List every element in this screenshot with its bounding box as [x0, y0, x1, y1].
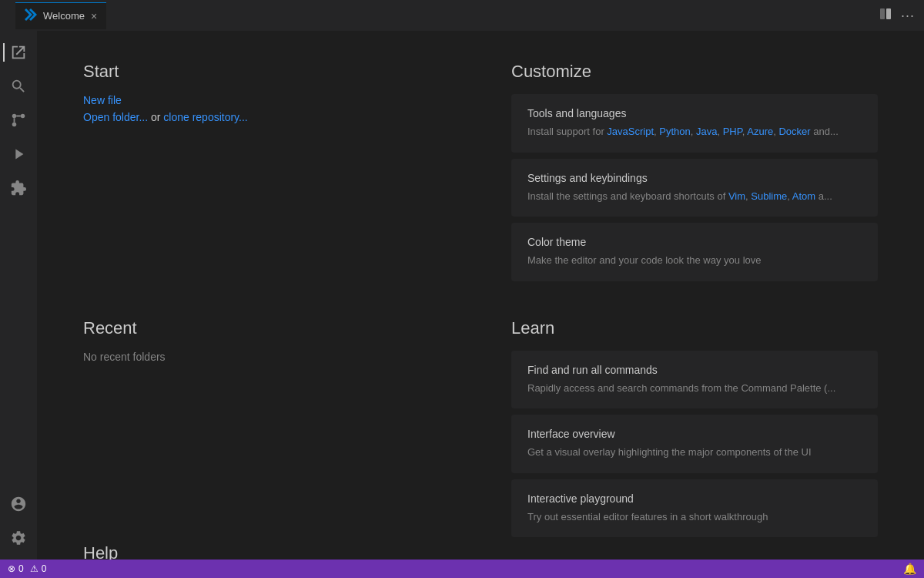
split-editor-icon[interactable] — [879, 8, 892, 23]
interface-overview-card[interactable]: Interface overview Get a visual overlay … — [511, 415, 878, 473]
new-file-link[interactable]: New file — [83, 94, 122, 106]
link-vim[interactable]: Vim — [728, 190, 745, 202]
settings-card-title: Settings and keybindings — [527, 172, 862, 184]
activity-account[interactable] — [3, 489, 34, 519]
interactive-playground-card[interactable]: Interactive playground Try out essential… — [511, 479, 878, 538]
color-theme-title: Color theme — [527, 236, 862, 248]
svg-rect-1 — [886, 8, 891, 19]
tools-card-desc: Install support for JavaScript, Python, … — [527, 124, 862, 139]
statusbar-left: ⊗ 0 ⚠ 0 — [8, 563, 46, 574]
svg-point-4 — [12, 114, 17, 119]
activity-search[interactable] — [3, 71, 34, 102]
link-docker[interactable]: Docker — [778, 126, 810, 137]
link-java[interactable]: Java — [696, 126, 717, 137]
svg-point-3 — [21, 114, 25, 119]
link-sublime[interactable]: Sublime — [751, 190, 787, 202]
link-javascript[interactable]: JavaScript — [607, 126, 654, 137]
start-section: Start New file Open folder... or clone r… — [83, 62, 450, 287]
tab-close-button[interactable]: × — [91, 10, 97, 22]
welcome-grid: Start New file Open folder... or clone r… — [83, 62, 878, 560]
title-actions: ··· — [879, 8, 915, 24]
customize-section: Customize Tools and languages Install su… — [511, 62, 878, 287]
new-file-row: New file — [83, 94, 450, 106]
open-folder-link[interactable]: Open folder... — [83, 111, 148, 123]
interface-overview-desc: Get a visual overlay highlighting the ma… — [527, 445, 862, 460]
start-title: Start — [83, 62, 450, 82]
error-number: 0 — [18, 563, 24, 574]
warning-count[interactable]: ⚠ 0 — [30, 563, 47, 574]
clone-repo-link[interactable]: clone repository... — [163, 111, 247, 123]
activity-source-control[interactable] — [3, 105, 34, 136]
statusbar: ⊗ 0 ⚠ 0 🔔 — [0, 560, 924, 578]
link-azure[interactable]: Azure — [747, 126, 773, 137]
tools-card-title: Tools and languages — [527, 107, 862, 119]
link-python[interactable]: Python — [659, 126, 690, 137]
find-commands-card[interactable]: Find and run all commands Rapidly access… — [511, 351, 878, 409]
titlebar: Welcome × ··· — [0, 0, 924, 31]
activity-bottom — [3, 489, 34, 553]
recent-title: Recent — [83, 318, 450, 338]
color-theme-desc: Make the editor and your code look the w… — [527, 253, 862, 268]
link-php[interactable]: PHP — [723, 126, 742, 137]
welcome-content: Start New file Open folder... or clone r… — [37, 31, 924, 560]
help-title: Help — [83, 543, 450, 560]
learn-title: Learn — [511, 318, 878, 338]
error-count[interactable]: ⊗ 0 — [8, 563, 24, 574]
svg-point-2 — [12, 123, 17, 127]
warning-icon: ⚠ — [30, 563, 38, 574]
tab-title: Welcome — [43, 10, 85, 22]
activity-extensions[interactable] — [3, 173, 34, 203]
activity-settings[interactable] — [3, 523, 34, 553]
warning-number: 0 — [42, 563, 47, 574]
or-text: or — [151, 111, 163, 123]
tools-languages-card[interactable]: Tools and languages Install support for … — [511, 94, 878, 153]
notifications-icon[interactable]: 🔔 — [903, 563, 916, 575]
error-icon: ⊗ — [8, 563, 15, 574]
activity-bar — [0, 31, 37, 560]
no-recent-text: No recent folders — [83, 351, 450, 363]
learn-section: Learn Find and run all commands Rapidly … — [511, 318, 878, 544]
find-commands-title: Find and run all commands — [527, 364, 862, 376]
vscode-tab-icon — [25, 8, 37, 24]
recent-section: Recent No recent folders — [83, 318, 450, 513]
statusbar-right: 🔔 — [903, 563, 916, 575]
interface-overview-title: Interface overview — [527, 428, 862, 440]
interactive-playground-title: Interactive playground — [527, 492, 862, 505]
start-links: New file Open folder... or clone reposit… — [83, 94, 450, 123]
find-commands-desc: Rapidly access and search commands from … — [527, 381, 862, 396]
settings-card-desc: Install the settings and keyboard shortc… — [527, 189, 862, 204]
welcome-tab[interactable]: Welcome × — [15, 2, 106, 29]
interactive-playground-desc: Try out essential editor features in a s… — [527, 509, 862, 525]
svg-rect-0 — [880, 8, 885, 19]
settings-keybindings-card[interactable]: Settings and keybindings Install the set… — [511, 159, 878, 217]
main-layout: Start New file Open folder... or clone r… — [0, 31, 924, 560]
link-atom[interactable]: Atom — [792, 190, 815, 202]
activity-run[interactable] — [3, 139, 34, 170]
customize-title: Customize — [511, 62, 878, 82]
more-actions-icon[interactable]: ··· — [901, 8, 915, 24]
color-theme-card[interactable]: Color theme Make the editor and your cod… — [511, 223, 878, 281]
activity-explorer[interactable] — [3, 37, 34, 68]
open-row: Open folder... or clone repository... — [83, 111, 450, 123]
help-section: Help Printable keyboard cheatsheet Intro… — [83, 543, 450, 560]
